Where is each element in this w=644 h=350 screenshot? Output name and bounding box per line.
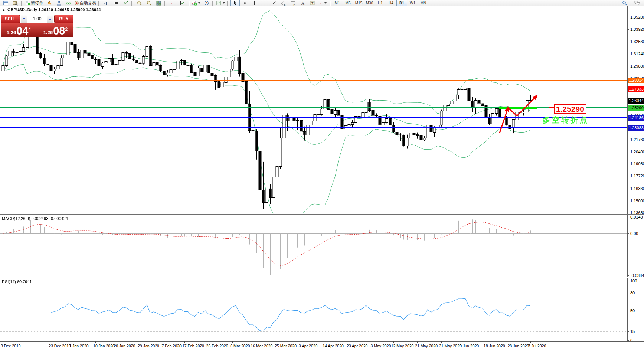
hline-icon[interactable] [259,0,269,6]
price-axis-tick [627,213,629,213]
support-zone-bar[interactable] [499,107,537,109]
profile-icon[interactable] [54,0,63,6]
volume-decrease-button[interactable] [21,15,27,23]
tile-windows-icon[interactable] [154,0,163,6]
text-label-icon[interactable]: T [307,0,317,6]
timeframe-button-m15[interactable]: M15 [353,0,364,6]
time-axis-separator [0,341,644,342]
rsi-indicator-label: RSI(14) 60.7941 [2,279,32,284]
sell-price-small: 1.26 [7,30,16,35]
window-icon[interactable] [1,0,10,6]
horizontal-level-line[interactable] [0,117,627,118]
price-tag: 1.24186 [628,115,644,121]
line-chart-icon[interactable] [121,0,130,6]
time-axis-tick [417,341,418,343]
sell-button[interactable]: SELL [1,15,20,23]
volume-increase-button[interactable] [47,15,53,23]
candlestick-icon[interactable] [111,0,121,6]
toolbar-separator [21,1,23,6]
template-icon[interactable] [215,0,226,6]
macd-axis-tick [627,233,629,234]
horizontal-level-line[interactable] [0,80,627,81]
rsi-axis-tick [627,331,629,332]
zoom-in-icon[interactable] [134,0,144,6]
vline-icon[interactable] [249,0,259,6]
time-axis-label: 7 Feb 2020 [162,344,182,348]
trendline-icon[interactable] [269,0,278,6]
time-axis-tick [510,341,510,343]
time-axis-label: 18 Jun 2020 [484,344,505,348]
svg-text:T: T [311,1,314,5]
chat-icon[interactable] [632,0,642,7]
toolbar-separator [164,1,166,6]
chart-plot-canvas[interactable] [0,6,627,341]
timeframe-button-mn[interactable]: MN [418,0,429,6]
time-axis-tick [373,341,373,343]
time-axis-label: 26 Feb 2020 [206,344,228,348]
volume-input[interactable] [27,15,47,23]
buy-price-display[interactable]: 1.26 08 2 [37,23,73,37]
cursor-icon[interactable] [230,0,240,6]
time-axis-tick [393,341,394,343]
rsi-axis-tick [627,311,629,311]
time-axis-label: 9 Jun 2020 [460,344,479,348]
timeframe-button-h4[interactable]: H4 [386,0,396,6]
timeframe-button-w1[interactable]: W1 [407,0,418,6]
horizontal-level-line[interactable] [0,89,627,89]
timeframe-button-d1[interactable]: D1 [396,0,407,6]
price-axis-tick [627,54,629,54]
horizontal-level-line[interactable] [0,101,627,101]
macd-indicator-label: MACD(12,26,9) 0.002493 -0.000424 [2,216,68,221]
indicator-window-icon[interactable] [167,0,177,6]
price-axis-label: 1.32560 [630,39,644,44]
timeframe-button-h1[interactable]: H1 [375,0,386,6]
channel-icon[interactable]: E [278,0,288,6]
collapse-trade-panel-icon[interactable]: ▲ [2,8,5,12]
time-axis-label: 7 Jul 2020 [528,344,546,348]
price-axis-line [627,6,628,341]
time-axis-label: 6 Mar 2020 [230,344,250,348]
indicator-window2-icon[interactable] [177,0,187,6]
fibonacci-icon[interactable]: F [288,0,298,6]
search-window-icon[interactable] [10,0,20,6]
time-axis-tick [301,341,301,343]
horizontal-level-line[interactable] [0,127,627,128]
bar-chart-icon[interactable] [101,0,111,6]
panel-splitter-rsi[interactable] [0,277,644,278]
zoom-out-icon[interactable] [144,0,154,6]
time-axis-tick [184,341,185,343]
time-axis-label: 1 Jan 2020 [69,344,89,348]
price-axis-label: 1.29880 [630,64,644,68]
time-axis-tick [325,341,325,343]
search-icon[interactable] [620,0,629,7]
rsi-axis-label: 100 [630,279,637,283]
panel-splitter-macd[interactable] [0,214,644,215]
sell-price-display[interactable]: 1.26 04 4 [1,23,37,37]
timeframe-button-m5[interactable]: M5 [343,0,353,6]
time-axis-tick [164,341,164,343]
timeframe-button-m1[interactable]: M1 [332,0,343,6]
chart-symbol-header: ▲ GBPUSD-,Daily 1.26120 1.26685 1.25990 … [2,7,101,12]
time-axis-label: 14 Apr 2020 [323,344,344,348]
level-price-callout[interactable]: 1.25290 [554,104,586,114]
time-axis-label: 31 May 2020 [439,344,462,348]
sell-price-big: 04 [16,26,28,36]
price-axis-label: 1.19080 [630,161,644,166]
mt4-terminal: 新订单自动交易EFATM1M5M15M30H1H4D1W1MN ▲ GBPUSD… [0,0,644,350]
text-icon[interactable]: A [298,0,307,6]
price-axis-tick [627,17,629,17]
signals-icon[interactable] [63,0,73,6]
turning-point-annotation[interactable]: 多空转折点 [543,115,589,125]
styles-bucket-icon[interactable] [44,0,54,6]
clock-icon[interactable] [202,0,211,6]
new-order-icon[interactable]: 新订单 [24,0,44,6]
time-axis-tick [441,341,442,343]
crosshair-icon[interactable] [240,0,249,6]
price-tag: 1.23083 [628,125,644,131]
add-indicator-icon[interactable] [191,0,202,6]
timeframe-button-m30[interactable]: M30 [364,0,375,6]
autotrading-icon[interactable]: 自动交易 [73,0,97,6]
arrows-icon[interactable] [317,0,328,6]
price-tag: 1.26044 [628,98,644,104]
buy-button[interactable]: BUY [54,15,73,23]
